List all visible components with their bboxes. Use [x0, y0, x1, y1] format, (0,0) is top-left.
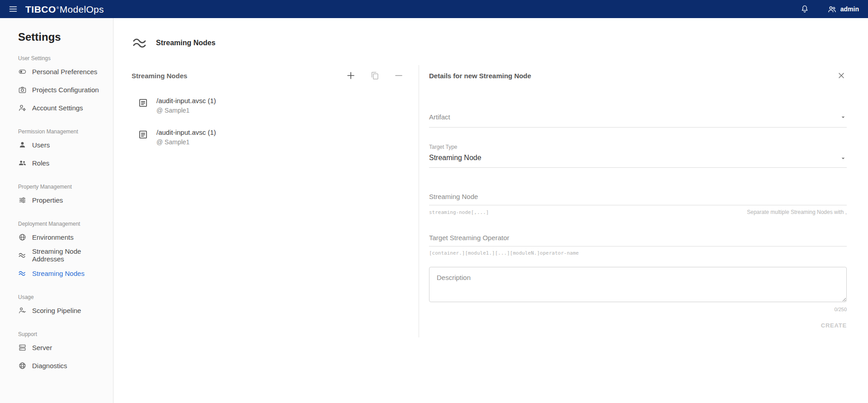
section-property-management: Property Management Properties: [0, 184, 113, 209]
registered-mark: ®: [57, 6, 59, 10]
operator-format-hint: [container.][module1.][...][moduleN.]ope…: [429, 250, 579, 256]
menu-icon[interactable]: [8, 4, 18, 14]
user-avatar-icon: [827, 5, 837, 14]
list-item-title: /audit-input.avsc (1): [156, 97, 216, 104]
target-type-label: Target Type: [429, 144, 847, 150]
sidebar-item-label: Roles: [32, 159, 49, 167]
scoring-icon: [18, 306, 27, 315]
section-support: Support Server Diagnostics: [0, 331, 113, 375]
streaming-nodes-list-panel: Streaming Nodes: [132, 65, 419, 337]
user-name: admin: [840, 5, 859, 13]
sidebar-item-environments[interactable]: Environments: [0, 228, 113, 246]
wave-icon: [18, 251, 27, 260]
sidebar-item-personal-preferences[interactable]: Personal Preferences: [0, 62, 113, 81]
artifact-list-icon: [138, 129, 148, 146]
target-type-value: Streaming Node: [429, 154, 481, 162]
list-item-subtitle: @ Sample1: [156, 107, 216, 114]
settings-sidebar: Settings User Settings Personal Preferen…: [0, 18, 113, 403]
sidebar-item-label: Personal Preferences: [32, 68, 97, 76]
description-textarea[interactable]: [429, 267, 847, 302]
streaming-node-input[interactable]: [429, 190, 847, 205]
artifact-select[interactable]: Artifact: [429, 113, 847, 128]
section-permission-management: Permission Management Users Roles: [0, 128, 113, 172]
sidebar-item-server[interactable]: Server: [0, 338, 113, 356]
section-label: Property Management: [0, 184, 113, 191]
target-type-select[interactable]: Target Type Streaming Node: [429, 144, 847, 168]
list-item-title: /audit-input.avsc (1): [156, 128, 216, 136]
page-title: Streaming Nodes: [156, 39, 216, 47]
sidebar-item-diagnostics[interactable]: Diagnostics: [0, 356, 113, 375]
list-panel-title: Streaming Nodes: [132, 72, 187, 80]
user-menu[interactable]: admin: [827, 5, 859, 14]
sidebar-item-account-settings[interactable]: Account Settings: [0, 99, 113, 117]
sidebar-title: Settings: [18, 31, 113, 43]
sidebar-item-label: Projects Configuration: [32, 86, 99, 94]
sidebar-item-label: Properties: [32, 196, 63, 204]
streaming-node-separator-hint: Separate multiple Streaming Nodes with ,: [747, 209, 847, 215]
wave-icon: [132, 34, 149, 52]
sidebar-item-label: Account Settings: [32, 104, 83, 112]
sidebar-item-scoring-pipeline[interactable]: Scoring Pipeline: [0, 301, 113, 319]
chevron-down-icon: [840, 114, 847, 121]
projects-icon: [18, 85, 27, 94]
list-item-subtitle: @ Sample1: [156, 138, 216, 146]
section-label: Support: [0, 331, 113, 338]
chevron-down-icon: [840, 155, 847, 162]
close-icon[interactable]: [836, 70, 847, 81]
sidebar-item-users[interactable]: Users: [0, 136, 113, 154]
globe-icon: [18, 233, 27, 242]
group-icon: [18, 159, 27, 167]
section-label: User Settings: [0, 55, 113, 62]
artifact-list-icon: [138, 98, 148, 114]
tune-icon: [18, 196, 27, 204]
sidebar-item-streaming-node-addresses[interactable]: Streaming Node Addresses: [0, 246, 113, 264]
list-item[interactable]: /audit-input.avsc (1) @ Sample1: [132, 124, 419, 150]
sidebar-item-streaming-nodes[interactable]: Streaming Nodes: [0, 264, 113, 282]
main-content: Streaming Nodes Streaming Nodes: [113, 18, 868, 403]
notifications-bell-icon[interactable]: [800, 5, 809, 14]
create-button[interactable]: CREATE: [821, 322, 847, 329]
server-icon: [18, 343, 27, 352]
topbar: TIBCO®ModelOps admin: [0, 0, 868, 18]
section-usage: Usage Scoring Pipeline: [0, 294, 113, 319]
sidebar-item-label: Scoring Pipeline: [32, 307, 81, 314]
section-label: Deployment Management: [0, 221, 113, 228]
sidebar-item-projects-configuration[interactable]: Projects Configuration: [0, 81, 113, 99]
sidebar-item-label: Environments: [32, 233, 74, 241]
section-label: Permission Management: [0, 128, 113, 136]
page-header: Streaming Nodes: [132, 34, 868, 52]
section-deployment-management: Deployment Management Environments Strea…: [0, 221, 113, 282]
add-icon[interactable]: [344, 69, 357, 82]
list-item[interactable]: /audit-input.avsc (1) @ Sample1: [132, 92, 419, 119]
user-icon: [18, 141, 27, 149]
sidebar-item-label: Users: [32, 141, 50, 149]
sidebar-item-label: Streaming Nodes: [32, 270, 85, 277]
char-counter: 0/250: [834, 307, 847, 312]
brand-logo: TIBCO®ModelOps: [25, 5, 104, 14]
toggle-icon: [18, 67, 27, 76]
wave-icon: [18, 269, 27, 278]
sidebar-item-label: Server: [32, 344, 52, 351]
artifact-select-label: Artifact: [429, 113, 450, 121]
account-gear-icon: [18, 104, 27, 112]
brand-product: ModelOps: [60, 5, 104, 14]
copy-icon[interactable]: [369, 70, 381, 81]
sidebar-item-label: Diagnostics: [32, 362, 67, 370]
sidebar-item-roles[interactable]: Roles: [0, 154, 113, 172]
section-label: Usage: [0, 294, 113, 301]
streaming-nodes-list: /audit-input.avsc (1) @ Sample1 /audit-i…: [132, 92, 419, 150]
details-panel-title: Details for new Streaming Node: [429, 72, 531, 80]
sidebar-item-properties[interactable]: Properties: [0, 191, 113, 209]
sidebar-item-label: Streaming Node Addresses: [32, 247, 113, 263]
details-panel: Details for new Streaming Node Artifact: [419, 65, 868, 403]
diagnostics-icon: [18, 361, 27, 370]
target-streaming-operator-input[interactable]: [429, 232, 847, 247]
streaming-node-format-hint: streaming-node[,...]: [429, 209, 489, 215]
remove-icon[interactable]: [392, 69, 405, 82]
section-user-settings: User Settings Personal Preferences Proje…: [0, 55, 113, 117]
brand-tibco: TIBCO: [25, 5, 56, 14]
